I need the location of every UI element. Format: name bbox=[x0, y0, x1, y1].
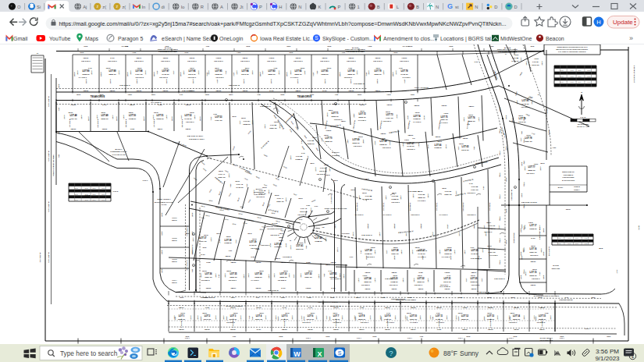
svg-text:77.50': 77.50' bbox=[274, 67, 278, 69]
svg-text:LOT 2: LOT 2 bbox=[205, 314, 211, 318]
svg-text:135.00': 135.00' bbox=[449, 46, 454, 47]
svg-text:135.00': 135.00' bbox=[228, 173, 229, 178]
svg-text:LOT 88: LOT 88 bbox=[135, 69, 143, 73]
svg-text:125.07': 125.07' bbox=[87, 115, 89, 120]
svg-text:130.00': 130.00' bbox=[442, 105, 447, 106]
svg-text:N 00°22'58" W: N 00°22'58" W bbox=[283, 318, 285, 328]
svg-text:S 77°37'38" E: S 77°37'38" E bbox=[418, 201, 425, 201]
svg-text:64.37': 64.37' bbox=[180, 115, 182, 119]
svg-text:LOT 11: LOT 11 bbox=[436, 314, 443, 318]
svg-text:115.00': 115.00' bbox=[514, 328, 519, 330]
svg-text:S 74°37'02" E: S 74°37'02" E bbox=[251, 279, 259, 281]
svg-text:148.00': 148.00' bbox=[446, 315, 447, 320]
svg-text:##.##: ##.## bbox=[85, 188, 88, 189]
svg-text:148.00': 148.00' bbox=[279, 232, 283, 234]
svg-text:14674 SF: 14674 SF bbox=[215, 119, 222, 121]
svg-text:148.00': 148.00' bbox=[253, 190, 254, 194]
svg-text:115.00': 115.00' bbox=[116, 116, 117, 121]
svg-text:64.37': 64.37' bbox=[281, 287, 286, 289]
svg-text:LOT 1: LOT 1 bbox=[179, 314, 185, 318]
svg-text:115.00': 115.00' bbox=[487, 297, 492, 298]
svg-text:SHEET 4/SHEET 7: SHEET 4/SHEET 7 bbox=[157, 198, 171, 200]
svg-text:77.50': 77.50' bbox=[158, 104, 162, 105]
svg-text:150.00': 150.00' bbox=[270, 78, 272, 83]
svg-text:GAS, CABLE TV ARE EXISTING OVE: GAS, CABLE TV ARE EXISTING OVERHEAD. bbox=[558, 51, 586, 53]
svg-text:77.50': 77.50' bbox=[335, 94, 339, 95]
svg-text:LOT 53: LOT 53 bbox=[215, 115, 222, 119]
svg-text:N 89°37'02" E: N 89°37'02" E bbox=[240, 60, 250, 62]
svg-text:14674 SF: 14674 SF bbox=[386, 117, 393, 119]
svg-text:14674 SF: 14674 SF bbox=[135, 73, 143, 75]
svg-text:LOT 10: LOT 10 bbox=[410, 314, 418, 318]
svg-text:148.00': 148.00' bbox=[534, 163, 539, 165]
svg-text:S 89°37'02" W: S 89°37'02" W bbox=[229, 84, 240, 86]
svg-text:DEDICATED TO: DEDICATED TO bbox=[562, 171, 575, 172]
svg-text:150.00': 150.00' bbox=[232, 224, 237, 225]
svg-text:SkySlope - Custom...: SkySlope - Custom... bbox=[322, 36, 374, 42]
svg-text:##.##: ##.## bbox=[568, 238, 571, 239]
svg-text:N 89°37'02" E: N 89°37'02" E bbox=[411, 214, 421, 215]
svg-text:##.##: ##.## bbox=[92, 200, 95, 201]
svg-text:LOT 78: LOT 78 bbox=[400, 69, 408, 73]
svg-text:120.00': 120.00' bbox=[240, 315, 241, 320]
svg-text:P: P bbox=[338, 5, 341, 9]
svg-text:LOT 73: LOT 73 bbox=[386, 113, 393, 116]
svg-text:64.37': 64.37' bbox=[262, 70, 263, 74]
svg-text:148.00': 148.00' bbox=[499, 128, 501, 133]
svg-text:di: di bbox=[162, 5, 165, 9]
svg-text:##.##: ##.## bbox=[571, 70, 574, 71]
svg-text:115.00': 115.00' bbox=[358, 136, 363, 137]
svg-text:125.07': 125.07' bbox=[473, 223, 475, 229]
svg-text:120.00': 120.00' bbox=[528, 95, 533, 98]
svg-text:148.00': 148.00' bbox=[264, 124, 265, 129]
svg-text:SHEET 4/SHEET 7 MATCH LINE: SHEET 4/SHEET 7 MATCH LINE bbox=[325, 208, 347, 209]
svg-text:125.07': 125.07' bbox=[499, 150, 501, 154]
svg-text:150.00': 150.00' bbox=[394, 255, 395, 260]
svg-text:21040 SF: 21040 SF bbox=[443, 281, 451, 282]
svg-text:135.00': 135.00' bbox=[130, 70, 131, 75]
svg-text:DINE DRIVE: DINE DRIVE bbox=[513, 232, 514, 243]
svg-text:125.00': 125.00' bbox=[229, 193, 232, 197]
svg-text:135.00': 135.00' bbox=[591, 297, 596, 298]
svg-text:120.00': 120.00' bbox=[247, 130, 251, 134]
svg-text:125.07': 125.07' bbox=[427, 278, 429, 282]
svg-text:18200 SF: 18200 SF bbox=[347, 73, 355, 75]
svg-text:N 89°37'02" E: N 89°37'02" E bbox=[379, 119, 382, 129]
svg-text:125.00': 125.00' bbox=[326, 174, 330, 176]
svg-text:115.00': 115.00' bbox=[308, 297, 312, 298]
svg-text:15000 SF: 15000 SF bbox=[417, 281, 425, 282]
svg-text:Gmail: Gmail bbox=[13, 36, 28, 41]
svg-text:N 89°59'59" E: N 89°59'59" E bbox=[186, 225, 187, 236]
svg-text:POLAR GENO. MON.: POLAR GENO. MON. bbox=[540, 339, 553, 341]
svg-text:77.50': 77.50' bbox=[402, 90, 407, 91]
svg-text:125.07': 125.07' bbox=[607, 336, 611, 337]
svg-text:77.50': 77.50' bbox=[521, 130, 522, 134]
svg-text:77.50': 77.50' bbox=[306, 204, 310, 206]
svg-text:R: R bbox=[201, 5, 204, 9]
svg-text:148.00': 148.00' bbox=[407, 115, 408, 119]
svg-text:135.00': 135.00' bbox=[400, 250, 402, 254]
svg-text:77.50': 77.50' bbox=[545, 312, 549, 314]
svg-text:15000 SF: 15000 SF bbox=[539, 318, 546, 320]
svg-text:Paragon 5: Paragon 5 bbox=[118, 36, 143, 42]
svg-text:125.07': 125.07' bbox=[347, 139, 348, 144]
svg-text:S 74°37'02" E: S 74°37'02" E bbox=[383, 214, 393, 215]
svg-text:88°F: 88°F bbox=[443, 350, 457, 357]
svg-text:130.00': 130.00' bbox=[487, 312, 492, 314]
svg-text:125.07': 125.07' bbox=[539, 166, 541, 171]
svg-text:125.07': 125.07' bbox=[523, 247, 525, 251]
svg-text:148.00': 148.00' bbox=[71, 104, 76, 105]
svg-text:115.00': 115.00' bbox=[275, 177, 279, 180]
svg-text:148.00': 148.00' bbox=[128, 94, 133, 95]
svg-text:15000 SF: 15000 SF bbox=[101, 118, 109, 119]
svg-text:125.07': 125.07' bbox=[278, 316, 279, 321]
svg-text:130.00': 130.00' bbox=[506, 115, 507, 119]
svg-text:150.00': 150.00' bbox=[315, 234, 319, 236]
svg-text:18200 SF: 18200 SF bbox=[528, 169, 535, 171]
svg-text:115.00': 115.00' bbox=[165, 79, 167, 83]
svg-text:120.00': 120.00' bbox=[510, 316, 511, 321]
svg-text:LOT 21: LOT 21 bbox=[443, 277, 451, 280]
svg-text:LOT 80: LOT 80 bbox=[347, 69, 355, 73]
svg-text:LOT 38: LOT 38 bbox=[225, 239, 232, 242]
svg-text:LOT A: LOT A bbox=[458, 337, 463, 339]
